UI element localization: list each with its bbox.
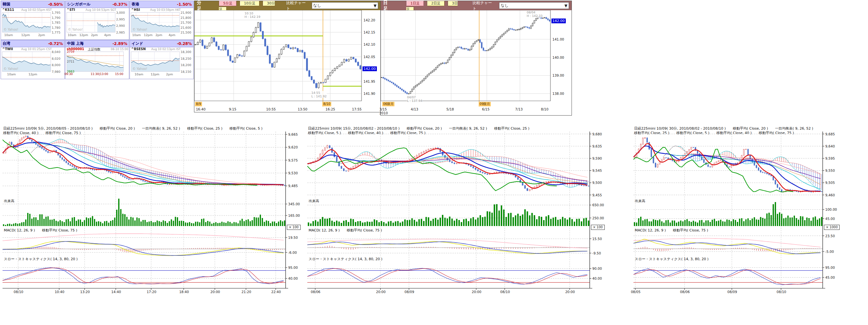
y-axis-label: 21,900 [181,11,191,14]
axis-value-label: 100.00 [825,208,837,211]
last-price-box: 142.00 [363,66,377,71]
axis-value-label: 9,680 [592,132,602,136]
axis-value-label: 9,620 [288,145,298,149]
price-tick-label: 139.00 [552,73,564,77]
price-tick-label: 141.90 [364,92,375,95]
price-tick-label: 142.15 [364,30,375,34]
candle-chart-canvas [194,10,381,114]
volume-section-label: 出来高 [4,199,14,203]
tech-chart-title-row1: 日経225mini 10/09( 30分, 2010/08/02 - 2010/… [634,126,813,131]
axis-value-label: 23.50 [825,234,835,238]
time-axis-label: 13:20 [80,290,90,294]
market-change-percent: -0.28% [177,41,192,46]
axis-value-label: 90.00 [592,267,602,270]
minute-chart-plot: 142.20142.15142.10142.05141.95141.90142.… [194,10,381,112]
market-panel-body: ^HSIAug 10 03:59pm HKT21,90021,80021,700… [130,8,194,40]
market-country-label: インド [131,41,143,46]
y-axis-label: 21,600 [181,26,191,29]
stoch-section-label: スロー・ストキャスティクス( 14, 3, 80, 20 ) [635,257,708,262]
y-axis-label: 2759 [67,50,74,54]
chevron-down-icon: ▼ [374,3,377,8]
world-markets-grid: 韓国-0.50%^KS11Aug 10 02:55pm KST1,7951,79… [0,0,195,80]
market-panel-^STI[interactable]: シンガポール-0.37%^STIAug 10 04:53pm SGT3,0002… [65,1,129,40]
price-tick-label: 141.00 [552,37,564,41]
market-change-percent: -2.89% [112,41,127,46]
market-country-label: 韓国 [3,2,10,7]
daily-bar-chart-panel: 日 足 1日足2日足3日足 比較チャート なし▼ 141.00140.00139… [380,1,572,116]
market-change-percent: -0.50% [48,2,63,7]
market-panel-header: 香港-1.50% [130,1,193,8]
market-panel-^KS11[interactable]: 韓国-0.50%^KS11Aug 10 02:55pm KST1,7951,79… [1,1,65,40]
x-axis-label: 10am [135,72,143,76]
high-low-annotation: 10:10H : 142.19 [244,11,260,19]
minute-timeframe-button-5分足[interactable]: 5分足 [219,1,237,6]
axis-value-label: 9,640 [825,144,835,148]
axis-value-label: 9,575 [288,158,298,162]
y-axis-label: 1,795 [52,11,60,14]
time-axis-label: 6/15 [482,107,490,111]
time-axis-label: 08/09 [727,290,737,294]
session-marker: 09限月 [479,102,491,106]
market-panel-^BSESN[interactable]: インド-0.28%^BSESNAug 10 02:13pm IST18,3001… [130,40,194,79]
minute-chart-title: 分 足 [197,0,214,11]
axis-value-label: -6.00 [288,250,297,255]
market-panel-header: シンガポール-0.37% [65,1,129,8]
axis-value-label: 40.00 [592,276,602,280]
minute-bar-chart-panel: 分 足 5分足10分足30分足 比較チャート なし▼ 142.20142.151… [194,1,381,112]
time-axis-label: 16:40 [196,107,206,111]
daily-timeframe-button-2日足[interactable]: 2日足 [427,1,444,6]
axis-value-label: 45.00 [825,217,835,220]
axis-value-label: 9,460 [825,193,835,197]
daily-timeframe-button-1日足[interactable]: 1日足 [406,1,424,6]
axis-value-label: 9,550 [825,169,835,172]
market-symbol: ^BSESN [131,47,146,51]
macd-section-label: MACD( 12, 26, 9 ) 移動平均( Close, 75 ) [4,228,77,233]
x-axis-label: 2pm [91,33,98,37]
market-change-percent: -0.37% [112,2,127,7]
x-axis-label: 4pm [104,33,111,37]
time-axis-label: 08/10 [14,290,23,294]
market-panel-sh000001[interactable]: 中国 上海-2.89%sh000001上証指数08-10 15:00275927… [65,40,129,79]
x-axis-label: 2pm [155,33,162,37]
axis-value-label: 250.00 [592,216,604,220]
price-tick-label: 138.00 [552,92,564,95]
last-price-box: 142.00 [552,19,566,23]
y-axis-label: 21,700 [181,21,191,24]
market-timestamp: Aug 10 02:13pm IST [151,48,181,51]
market-country-label: 香港 [131,2,139,7]
time-axis-label: 18:40 [179,290,189,294]
high-low-annotation: 08/04H : 142.33 [527,10,543,18]
x-axis-label: 2pm [38,33,45,37]
session-marker: 8/10 [322,102,331,106]
volume-multiplier-box: × 100 [287,225,301,230]
time-axis-label: 7/13 [515,107,523,111]
market-panel-header: 台湾-0.72% [1,40,64,47]
axis-value-label: -5.00 [825,250,834,254]
compare-chart-select[interactable]: なし▼ [499,2,569,9]
time-axis-label-year: 2010 [379,111,388,115]
minute-timeframe-button-10分足[interactable]: 10分足 [240,1,259,6]
market-symbol: ^TWII [2,47,13,51]
stoch-section-label: スロー・ストキャスティクス( 14, 3, 80, 20 ) [309,257,382,262]
compare-chart-label: 比較チャート [473,0,495,11]
x-axis-label: 09:30 [64,72,73,76]
high-low-annotation: 04/07L : 137.94 [407,95,422,102]
volume-section-label: 出来高 [635,199,645,203]
compare-chart-select[interactable]: なし▼ [312,2,378,9]
price-tick-label: 142.05 [364,55,375,59]
y-axis-label: 21,800 [181,16,191,20]
tech-chart-title-row1: 日経225mini 10/09( 15分, 2010/08/02 - 2010/… [308,126,529,131]
axis-value-label: 9,505 [825,181,835,184]
y-axis-label: 8,040 [52,50,60,54]
y-axis-label: 1,775 [52,31,60,34]
axis-value-label: 15.50 [592,237,602,241]
session-marker: 06限月 [382,102,395,106]
market-timestamp: Aug 10 03:59pm HKT [150,8,181,11]
axis-value-label: 345.00 [288,202,300,206]
market-panel-^HSI[interactable]: 香港-1.50%^HSIAug 10 03:59pm HKT21,90021,8… [130,1,194,40]
time-axis-label: 08/06 [311,290,320,294]
time-axis-label: 20:00 [565,290,575,294]
time-axis-label: 3/15 [379,107,387,111]
market-panel-^TWII[interactable]: 台湾-0.72%^TWIIAug 10 01:25pm CST8,0408,02… [1,40,65,79]
axis-value-label: 19.50 [288,236,298,239]
